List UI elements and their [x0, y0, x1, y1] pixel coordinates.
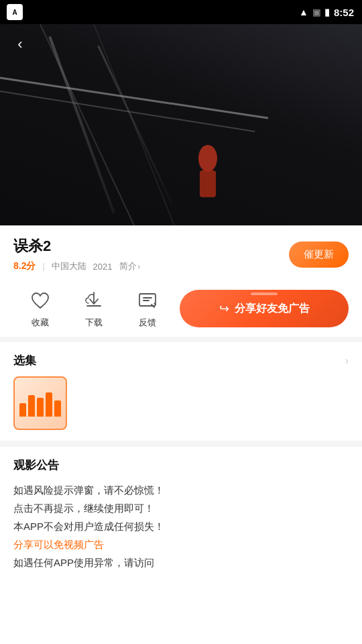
feedback-button[interactable]: 反馈 [121, 288, 174, 329]
movie-score: 8.2分 [13, 260, 36, 272]
download-icon [82, 288, 106, 313]
movie-header: 误杀2 8.2分 | 中国大陆 2021 简介 › 催更新 [13, 236, 349, 272]
back-button[interactable]: ‹ [9, 34, 31, 55]
notice-section: 观影公告 如遇风险提示弹窗，请不必惊慌！点击不再提示，继续使用即可！本APP不会… [0, 446, 362, 572]
svg-rect-8 [139, 294, 156, 306]
notice-text: 如遇风险提示弹窗，请不必惊慌！点击不再提示，继续使用即可！本APP不会对用户造成… [13, 481, 349, 572]
battery-icon: ▮ [324, 7, 330, 17]
content-section: 误杀2 8.2分 | 中国大陆 2021 简介 › 催更新 [0, 225, 362, 337]
episodes-arrow-icon: › [345, 355, 349, 367]
intro-arrow-icon: › [138, 262, 141, 270]
feedback-icon [135, 288, 160, 313]
video-player[interactable]: ‹ [0, 24, 362, 225]
status-left: A [7, 4, 23, 20]
bar-chart-icon [19, 390, 61, 417]
episodes-section: 选集 › [0, 342, 362, 376]
collect-icon [28, 288, 52, 313]
movie-title: 误杀2 [13, 236, 140, 256]
movie-region: 中国大陆 [52, 260, 86, 272]
share-ad-button[interactable]: ↪ 分享好友免广告 [180, 290, 349, 327]
video-scene [0, 24, 362, 225]
movie-info-left: 误杀2 8.2分 | 中国大陆 2021 简介 › [13, 236, 140, 272]
collect-label: 收藏 [32, 317, 49, 329]
download-button[interactable]: 下载 [67, 288, 121, 329]
intro-link[interactable]: 简介 › [119, 260, 141, 272]
movie-meta: 8.2分 | 中国大陆 2021 简介 › [13, 260, 140, 272]
back-arrow-icon: ‹ [17, 37, 22, 52]
collect-button[interactable]: 收藏 [13, 288, 67, 329]
share-icon: ↪ [219, 301, 229, 316]
wifi-icon: ▲ [299, 7, 308, 17]
signal-icon: ▣ [312, 7, 320, 17]
video-background [0, 24, 362, 225]
episodes-title: 选集 [13, 353, 36, 368]
share-ad-label: 分享好友免广告 [235, 302, 310, 316]
feedback-label: 反馈 [139, 317, 156, 329]
status-time: 8:52 [334, 7, 354, 18]
update-button[interactable]: 催更新 [289, 241, 349, 268]
app-icon: A [7, 4, 23, 20]
section-divider-1 [0, 337, 362, 342]
movie-year: 2021 [93, 262, 113, 272]
notice-title: 观影公告 [13, 458, 349, 473]
meta-divider-1: | [42, 262, 44, 271]
action-row: 收藏 下载 反馈 [13, 278, 349, 337]
status-right: ▲ ▣ ▮ 8:52 [299, 7, 354, 18]
status-bar: A ▲ ▣ ▮ 8:52 [0, 0, 362, 24]
download-label: 下载 [85, 317, 103, 329]
section-divider-2 [0, 441, 362, 446]
episode-thumbnail[interactable] [13, 376, 67, 430]
